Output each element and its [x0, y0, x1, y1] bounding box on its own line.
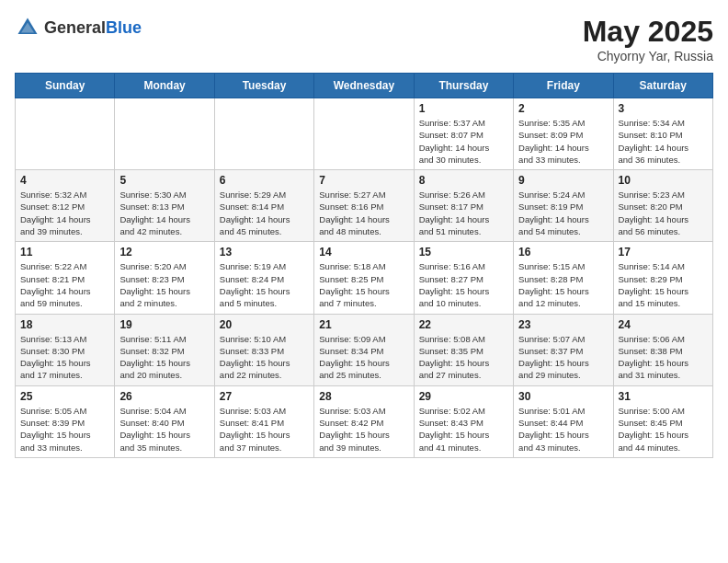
- day-info: Sunrise: 5:22 AM Sunset: 8:21 PM Dayligh…: [20, 260, 109, 309]
- day-info: Sunrise: 5:23 AM Sunset: 8:20 PM Dayligh…: [619, 189, 708, 237]
- day-info: Sunrise: 5:18 AM Sunset: 8:25 PM Dayligh…: [319, 260, 408, 309]
- calendar-cell: 19Sunrise: 5:11 AM Sunset: 8:32 PM Dayli…: [115, 314, 214, 385]
- calendar-week-row: 4Sunrise: 5:32 AM Sunset: 8:12 PM Daylig…: [16, 170, 713, 242]
- day-number: 31: [619, 390, 708, 403]
- day-info: Sunrise: 5:24 AM Sunset: 8:19 PM Dayligh…: [518, 189, 608, 237]
- calendar-cell: 23Sunrise: 5:07 AM Sunset: 8:37 PM Dayli…: [514, 314, 613, 385]
- calendar-cell: [16, 98, 115, 170]
- day-info: Sunrise: 5:19 AM Sunset: 8:24 PM Dayligh…: [220, 260, 309, 309]
- calendar-cell: [214, 98, 313, 170]
- day-number: 5: [119, 174, 209, 187]
- day-info: Sunrise: 5:30 AM Sunset: 8:13 PM Dayligh…: [119, 189, 209, 237]
- day-info: Sunrise: 5:13 AM Sunset: 8:30 PM Dayligh…: [20, 333, 109, 382]
- weekday-header: Friday: [514, 74, 613, 98]
- day-info: Sunrise: 5:29 AM Sunset: 8:14 PM Dayligh…: [220, 189, 309, 237]
- day-info: Sunrise: 5:10 AM Sunset: 8:33 PM Dayligh…: [220, 333, 309, 382]
- day-number: 25: [20, 390, 109, 403]
- day-number: 17: [619, 246, 708, 259]
- location-title: Chyorny Yar, Russia: [583, 49, 713, 63]
- calendar-cell: [314, 98, 414, 170]
- day-number: 9: [518, 174, 608, 187]
- calendar-cell: 12Sunrise: 5:20 AM Sunset: 8:23 PM Dayli…: [115, 242, 214, 314]
- day-number: 27: [220, 390, 309, 403]
- day-info: Sunrise: 5:04 AM Sunset: 8:40 PM Dayligh…: [119, 405, 209, 454]
- day-number: 11: [20, 246, 109, 259]
- calendar-week-row: 11Sunrise: 5:22 AM Sunset: 8:21 PM Dayli…: [16, 242, 713, 314]
- day-info: Sunrise: 5:08 AM Sunset: 8:35 PM Dayligh…: [419, 333, 508, 382]
- calendar-cell: 21Sunrise: 5:09 AM Sunset: 8:34 PM Dayli…: [314, 314, 414, 385]
- calendar-cell: 7Sunrise: 5:27 AM Sunset: 8:16 PM Daylig…: [314, 170, 414, 242]
- weekday-header: Saturday: [613, 74, 712, 98]
- weekday-header: Tuesday: [214, 74, 313, 98]
- calendar-cell: 10Sunrise: 5:23 AM Sunset: 8:20 PM Dayli…: [613, 170, 712, 242]
- calendar-cell: 30Sunrise: 5:01 AM Sunset: 8:44 PM Dayli…: [514, 385, 613, 457]
- day-info: Sunrise: 5:02 AM Sunset: 8:43 PM Dayligh…: [419, 405, 508, 454]
- calendar-cell: 16Sunrise: 5:15 AM Sunset: 8:28 PM Dayli…: [514, 242, 613, 314]
- day-number: 23: [518, 318, 608, 331]
- calendar-cell: 15Sunrise: 5:16 AM Sunset: 8:27 PM Dayli…: [414, 242, 513, 314]
- calendar-cell: [115, 98, 214, 170]
- day-info: Sunrise: 5:05 AM Sunset: 8:39 PM Dayligh…: [20, 405, 109, 454]
- day-number: 4: [20, 174, 109, 187]
- day-info: Sunrise: 5:16 AM Sunset: 8:27 PM Dayligh…: [419, 260, 508, 309]
- day-info: Sunrise: 5:15 AM Sunset: 8:28 PM Dayligh…: [518, 260, 608, 309]
- day-info: Sunrise: 5:20 AM Sunset: 8:23 PM Dayligh…: [119, 260, 209, 309]
- weekday-header: Monday: [115, 74, 214, 98]
- calendar-cell: 27Sunrise: 5:03 AM Sunset: 8:41 PM Dayli…: [214, 385, 313, 457]
- logo-blue-text: Blue: [106, 18, 142, 37]
- day-info: Sunrise: 5:09 AM Sunset: 8:34 PM Dayligh…: [319, 333, 408, 382]
- calendar-cell: 9Sunrise: 5:24 AM Sunset: 8:19 PM Daylig…: [514, 170, 613, 242]
- month-title: May 2025: [583, 15, 713, 49]
- calendar-cell: 3Sunrise: 5:34 AM Sunset: 8:10 PM Daylig…: [613, 98, 712, 170]
- day-number: 13: [220, 246, 309, 259]
- day-number: 1: [419, 102, 508, 115]
- calendar-week-row: 18Sunrise: 5:13 AM Sunset: 8:30 PM Dayli…: [16, 314, 713, 385]
- weekday-header: Thursday: [414, 74, 513, 98]
- calendar-week-row: 25Sunrise: 5:05 AM Sunset: 8:39 PM Dayli…: [16, 385, 713, 457]
- calendar-cell: 26Sunrise: 5:04 AM Sunset: 8:40 PM Dayli…: [115, 385, 214, 457]
- day-info: Sunrise: 5:14 AM Sunset: 8:29 PM Dayligh…: [619, 260, 708, 309]
- calendar-cell: 31Sunrise: 5:00 AM Sunset: 8:45 PM Dayli…: [613, 385, 712, 457]
- calendar-cell: 8Sunrise: 5:26 AM Sunset: 8:17 PM Daylig…: [414, 170, 513, 242]
- weekday-header: Sunday: [16, 74, 115, 98]
- day-info: Sunrise: 5:37 AM Sunset: 8:07 PM Dayligh…: [419, 117, 508, 166]
- day-info: Sunrise: 5:26 AM Sunset: 8:17 PM Dayligh…: [419, 189, 508, 237]
- calendar-cell: 11Sunrise: 5:22 AM Sunset: 8:21 PM Dayli…: [16, 242, 115, 314]
- day-number: 30: [518, 390, 608, 403]
- calendar-cell: 2Sunrise: 5:35 AM Sunset: 8:09 PM Daylig…: [514, 98, 613, 170]
- day-number: 14: [319, 246, 408, 259]
- day-info: Sunrise: 5:03 AM Sunset: 8:41 PM Dayligh…: [220, 405, 309, 454]
- calendar-cell: 24Sunrise: 5:06 AM Sunset: 8:38 PM Dayli…: [613, 314, 712, 385]
- day-number: 29: [419, 390, 508, 403]
- day-number: 2: [518, 102, 608, 115]
- day-number: 3: [619, 102, 708, 115]
- day-number: 26: [119, 390, 209, 403]
- day-number: 12: [119, 246, 209, 259]
- day-info: Sunrise: 5:34 AM Sunset: 8:10 PM Dayligh…: [619, 117, 708, 166]
- day-number: 19: [119, 318, 209, 331]
- day-info: Sunrise: 5:01 AM Sunset: 8:44 PM Dayligh…: [518, 405, 608, 454]
- day-number: 6: [220, 174, 309, 187]
- calendar-cell: 28Sunrise: 5:03 AM Sunset: 8:42 PM Dayli…: [314, 385, 414, 457]
- day-info: Sunrise: 5:35 AM Sunset: 8:09 PM Dayligh…: [518, 117, 608, 166]
- logo-icon: [15, 15, 40, 40]
- calendar-cell: 29Sunrise: 5:02 AM Sunset: 8:43 PM Dayli…: [414, 385, 513, 457]
- calendar-cell: 14Sunrise: 5:18 AM Sunset: 8:25 PM Dayli…: [314, 242, 414, 314]
- day-number: 16: [518, 246, 608, 259]
- day-info: Sunrise: 5:27 AM Sunset: 8:16 PM Dayligh…: [319, 189, 408, 237]
- day-number: 15: [419, 246, 508, 259]
- day-number: 8: [419, 174, 508, 187]
- day-number: 22: [419, 318, 508, 331]
- day-number: 10: [619, 174, 708, 187]
- calendar-cell: 1Sunrise: 5:37 AM Sunset: 8:07 PM Daylig…: [414, 98, 513, 170]
- weekday-header: Wednesday: [314, 74, 414, 98]
- day-number: 7: [319, 174, 408, 187]
- day-info: Sunrise: 5:00 AM Sunset: 8:45 PM Dayligh…: [619, 405, 708, 454]
- day-number: 20: [220, 318, 309, 331]
- calendar-cell: 25Sunrise: 5:05 AM Sunset: 8:39 PM Dayli…: [16, 385, 115, 457]
- day-number: 18: [20, 318, 109, 331]
- day-info: Sunrise: 5:06 AM Sunset: 8:38 PM Dayligh…: [619, 333, 708, 382]
- weekday-header-row: SundayMondayTuesdayWednesdayThursdayFrid…: [16, 74, 713, 98]
- calendar-cell: 17Sunrise: 5:14 AM Sunset: 8:29 PM Dayli…: [613, 242, 712, 314]
- calendar-cell: 18Sunrise: 5:13 AM Sunset: 8:30 PM Dayli…: [16, 314, 115, 385]
